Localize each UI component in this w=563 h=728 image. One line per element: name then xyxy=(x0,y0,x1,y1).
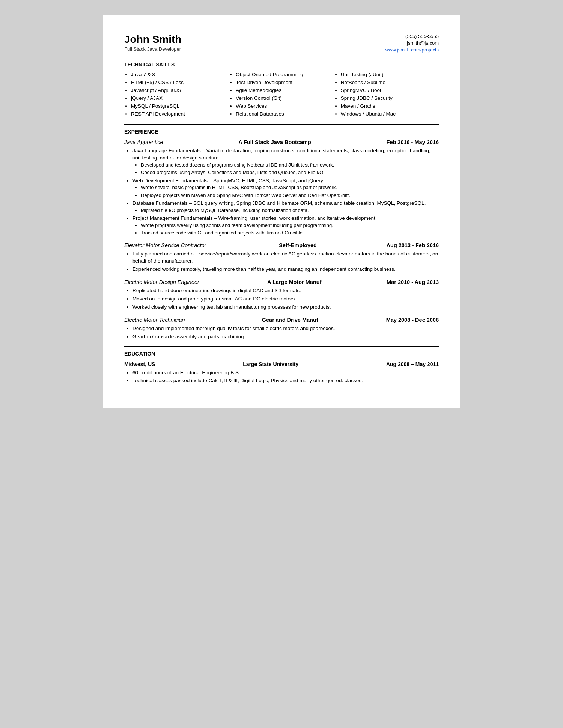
exp-entry-technician: Electric Motor Technician Gear and Drive… xyxy=(124,316,439,341)
website-link[interactable]: www.jsmith.com/projects xyxy=(385,47,439,53)
skill-item: HTML(+5) / CSS / Less xyxy=(131,79,225,86)
skill-item: REST API Development xyxy=(131,111,225,118)
edu-bullets: 60 credit hours of an Electrical Enginee… xyxy=(124,369,439,384)
skill-item: NetBeans / Sublime xyxy=(341,79,435,86)
exp-header-design: Electric Motor Design Engineer A Large M… xyxy=(124,278,439,286)
bullet-item: Fully planned and carried out service/re… xyxy=(132,251,439,265)
exp-header-elevator: Elevator Motor Service Contractor Self-E… xyxy=(124,242,439,249)
skill-item: Test Driven Development xyxy=(236,79,330,86)
applicant-name: John Smith xyxy=(124,33,181,46)
edu-header: Midwest, US Large State University Aug 2… xyxy=(124,361,439,368)
sub-bullet-item: Deployed projects with Maven and Spring … xyxy=(141,192,439,199)
sub-bullets: Migrated file I/O projects to MySQL Data… xyxy=(132,207,439,214)
skills-col-2: Object Oriented Programming Test Driven … xyxy=(229,71,334,118)
bullet-item: Gearbox/transaxle assembly and parts mac… xyxy=(132,333,439,341)
skill-item: Agile Methedologies xyxy=(236,87,330,94)
bullet-item: Database Fundamentals – SQL query writin… xyxy=(132,200,439,214)
bullet-item: Moved on to design and prototyping for s… xyxy=(132,296,439,303)
exp-bullets-tech: Designed and implemented thorough qualit… xyxy=(124,325,439,341)
skills-list-3: Unit Testing (JUnit) NetBeans / Sublime … xyxy=(334,71,435,117)
sub-bullets: Developed and tested dozens of programs … xyxy=(132,162,439,176)
edu-date: Aug 2008 – May 2011 xyxy=(386,361,439,368)
exp-entry-elevator: Elevator Motor Service Contractor Self-E… xyxy=(124,242,439,273)
edu-school: Large State University xyxy=(243,361,298,368)
skill-item: jQuery / AJAX xyxy=(131,95,225,102)
skill-item: MySQL / PostgreSQL xyxy=(131,103,225,110)
edu-bullet-item: Technical classes passed include Calc I,… xyxy=(132,377,439,384)
skills-list-2: Object Oriented Programming Test Driven … xyxy=(229,71,330,117)
email-address: jsmith@js.com xyxy=(385,40,439,47)
exp-role-tech: Electric Motor Technician xyxy=(124,316,185,324)
skills-grid: Java 7 & 8 HTML(+5) / CSS / Less Javascr… xyxy=(124,71,439,118)
skills-divider xyxy=(124,124,439,125)
applicant-title: Full Stack Java Developer xyxy=(124,46,181,53)
skill-item: Java 7 & 8 xyxy=(131,71,225,78)
education-section: EDUCATION Midwest, US Large State Univer… xyxy=(124,350,439,384)
experience-section: EXPERIENCE Java Apprentice A Full Stack … xyxy=(124,128,439,341)
exp-entry-java-apprentice: Java Apprentice A Full Stack Java Bootca… xyxy=(124,138,439,236)
exp-bullets-java: Java Language Fundamentals – Variable de… xyxy=(124,147,439,236)
edu-bullet-item: 60 credit hours of an Electrical Enginee… xyxy=(132,369,439,377)
header-right: (555) 555-5555 jsmith@js.com www.jsmith.… xyxy=(385,33,439,54)
sub-bullet-item: Coded programs using Arrays, Collections… xyxy=(141,169,439,176)
skill-item: Unit Testing (JUnit) xyxy=(341,71,435,78)
bullet-item: Replicated hand done engineering drawing… xyxy=(132,287,439,294)
header-divider xyxy=(124,57,439,57)
header: John Smith Full Stack Java Developer (55… xyxy=(124,33,439,54)
header-left: John Smith Full Stack Java Developer xyxy=(124,33,181,53)
exp-header-tech: Electric Motor Technician Gear and Drive… xyxy=(124,316,439,324)
skills-col-3: Unit Testing (JUnit) NetBeans / Sublime … xyxy=(334,71,439,118)
skill-item: Object Oriented Programming xyxy=(236,71,330,78)
exp-company-java: A Full Stack Java Bootcamp xyxy=(238,138,311,146)
bullet-item: Web Development Fundamentals – SpringMVC… xyxy=(132,177,439,199)
exp-role-design: Electric Motor Design Engineer xyxy=(124,278,199,286)
phone-number: (555) 555-5555 xyxy=(385,33,439,40)
sub-bullet-item: Tracked source code with Git and organiz… xyxy=(141,230,439,236)
skill-item: Web Services xyxy=(236,103,330,110)
bullet-item: Java Language Fundamentals – Variable de… xyxy=(132,147,439,176)
skill-item: Maven / Gradle xyxy=(341,103,435,110)
skill-item: Spring JDBC / Security xyxy=(341,95,435,102)
edu-location: Midwest, US xyxy=(124,361,155,368)
skill-item: Version Control (Git) xyxy=(236,95,330,102)
experience-title: EXPERIENCE xyxy=(124,128,439,136)
exp-entry-design-engineer: Electric Motor Design Engineer A Large M… xyxy=(124,278,439,311)
skill-item: Relational Databases xyxy=(236,111,330,118)
skills-list-1: Java 7 & 8 HTML(+5) / CSS / Less Javascr… xyxy=(124,71,225,117)
website-anchor[interactable]: www.jsmith.com/projects xyxy=(385,47,439,53)
technical-skills-section: TECHNICAL SKILLS Java 7 & 8 HTML(+5) / C… xyxy=(124,61,439,119)
bullet-item: Designed and implemented thorough qualit… xyxy=(132,325,439,332)
sub-bullet-item: Wrote programs weekly using sprints and … xyxy=(141,222,439,229)
education-divider xyxy=(124,346,439,347)
exp-date-tech: May 2008 - Dec 2008 xyxy=(386,316,439,324)
exp-date-design: Mar 2010 - Aug 2013 xyxy=(387,278,439,286)
technical-skills-title: TECHNICAL SKILLS xyxy=(124,61,439,69)
bullet-item: Experienced working remotely, traveling … xyxy=(132,266,439,273)
skill-item: Javascript / AngularJS xyxy=(131,87,225,94)
resume-document: John Smith Full Stack Java Developer (55… xyxy=(103,15,460,408)
bullet-item: Project Management Fundamentals – Wire-f… xyxy=(132,215,439,236)
skill-item: Windows / Ubuntu / Mac xyxy=(341,111,435,118)
sub-bullet-item: Migrated file I/O projects to MySQL Data… xyxy=(141,207,439,214)
exp-company-design: A Large Motor Manuf xyxy=(265,278,322,286)
sub-bullets: Wrote several basic programs in HTML, CS… xyxy=(132,184,439,198)
exp-company-tech: Gear and Drive Manuf xyxy=(253,316,318,324)
exp-role-java: Java Apprentice xyxy=(124,138,163,146)
exp-header-java: Java Apprentice A Full Stack Java Bootca… xyxy=(124,138,439,146)
exp-bullets-elevator: Fully planned and carried out service/re… xyxy=(124,251,439,273)
exp-bullets-design: Replicated hand done engineering drawing… xyxy=(124,287,439,311)
exp-date-java: Feb 2016 - May 2016 xyxy=(387,138,439,146)
education-title: EDUCATION xyxy=(124,350,439,358)
exp-role-elevator: Elevator Motor Service Contractor xyxy=(124,242,206,249)
exp-company-elevator: Self-Employed xyxy=(276,242,317,249)
bullet-item: Worked closely with engineering test lab… xyxy=(132,304,439,311)
sub-bullet-item: Wrote several basic programs in HTML, CS… xyxy=(141,184,439,191)
skills-col-1: Java 7 & 8 HTML(+5) / CSS / Less Javascr… xyxy=(124,71,229,118)
exp-date-elevator: Aug 2013 - Feb 2016 xyxy=(387,242,439,249)
skill-item: SpringMVC / Boot xyxy=(341,87,435,94)
sub-bullet-item: Developed and tested dozens of programs … xyxy=(141,162,439,168)
sub-bullets: Wrote programs weekly using sprints and … xyxy=(132,222,439,236)
